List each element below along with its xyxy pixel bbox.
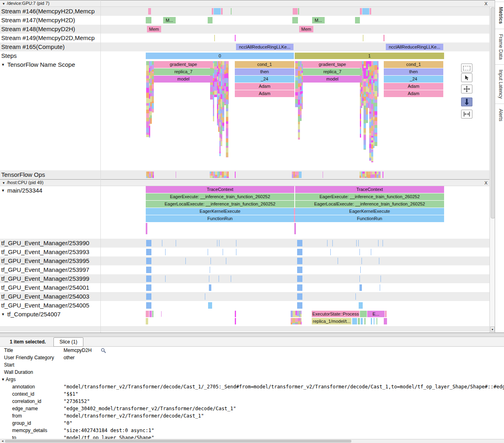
trace-event-ncclallreduceringllke-[interactable]: ncclAllReduceRingLLKe... <box>386 44 443 50</box>
row-label-evm-253990[interactable]: tf_GPU_Event_Manager/253990 <box>0 239 100 248</box>
trace-event-cell[interactable] <box>360 134 361 138</box>
trace-event-cell[interactable] <box>214 85 217 88</box>
trace-event[interactable] <box>330 249 331 255</box>
trace-event[interactable] <box>146 318 148 324</box>
trace-event-cell[interactable] <box>222 123 224 126</box>
row-label-stream-148[interactable]: Stream #148(MemcpyD2H) <box>0 25 100 34</box>
trace-event[interactable] <box>294 208 295 215</box>
trace-event-cell[interactable] <box>226 138 228 142</box>
trace-event[interactable] <box>214 8 221 15</box>
trace-event-cell[interactable] <box>374 111 377 115</box>
track-name-scope[interactable]: gradient_tapereplica_7modelcond_1then_24… <box>100 60 490 170</box>
trace-event-tracecontext[interactable]: TraceContext <box>146 186 294 193</box>
collapse-icon[interactable]: ▼ <box>2 181 5 185</box>
trace-event-cell[interactable] <box>295 104 298 107</box>
trace-event[interactable] <box>208 17 213 23</box>
trace-event-cell[interactable] <box>364 128 366 133</box>
tab-slice[interactable]: Slice (1) <box>53 337 83 347</box>
trace-event-mem[interactable]: Mem <box>299 26 313 32</box>
trace-event-cell[interactable] <box>295 318 298 322</box>
trace-event-cell[interactable] <box>152 96 154 101</box>
trace-event-cell[interactable] <box>226 128 228 131</box>
flame-cluster[interactable] <box>295 61 303 148</box>
trace-event-e-[interactable]: E... <box>367 311 385 317</box>
trace-event-cell[interactable] <box>366 117 368 120</box>
trace-event[interactable] <box>235 318 236 324</box>
trace-event-cell[interactable] <box>360 109 361 114</box>
trace-event-cell[interactable] <box>228 177 229 178</box>
trace-event[interactable] <box>165 276 166 282</box>
trace-event-cell[interactable] <box>150 115 152 118</box>
trace-event[interactable] <box>149 311 152 317</box>
trace-event-cell[interactable] <box>300 118 302 121</box>
trace-event-cell[interactable] <box>213 119 214 121</box>
flame-cluster[interactable] <box>292 172 302 178</box>
magnifier-icon[interactable] <box>101 348 106 354</box>
track-evm-253995[interactable] <box>100 256 490 265</box>
trace-event-cell[interactable] <box>372 177 375 178</box>
trace-event-cell[interactable] <box>152 112 154 112</box>
trace-event[interactable] <box>146 284 151 291</box>
trace-event-cell[interactable] <box>213 100 214 105</box>
trace-event[interactable] <box>378 240 379 246</box>
expander-icon[interactable]: ▼ <box>1 189 5 193</box>
trace-event-cell[interactable] <box>228 61 229 66</box>
trace-event[interactable] <box>146 276 151 282</box>
trace-event[interactable] <box>162 240 162 246</box>
trace-event-cell[interactable] <box>146 83 149 88</box>
trace-event[interactable] <box>355 293 356 300</box>
row-label-main-253344[interactable]: ▼main/253344 <box>0 186 100 239</box>
trace-event-cell[interactable] <box>210 95 213 100</box>
trace-event[interactable] <box>358 318 360 324</box>
trace-event-replica-7[interactable]: replica_7 <box>303 68 362 75</box>
trace-event[interactable] <box>231 276 231 282</box>
trace-event-cell[interactable] <box>302 97 303 101</box>
trace-event[interactable] <box>355 17 360 23</box>
trace-event[interactable] <box>323 172 323 178</box>
trace-event[interactable] <box>146 223 147 234</box>
trace-event-executorstate-process[interactable]: ExecutorState::Process <box>312 311 359 317</box>
trace-event[interactable] <box>219 276 219 282</box>
zoom-tool-button[interactable] <box>461 98 472 106</box>
trace-event-cell[interactable] <box>146 110 149 113</box>
trace-event[interactable] <box>359 249 360 255</box>
trace-event-cell[interactable] <box>298 132 300 138</box>
trace-event[interactable] <box>235 172 236 178</box>
trace-event-cell[interactable] <box>295 95 298 99</box>
trace-event-cell[interactable] <box>374 103 377 106</box>
trace-event-cell[interactable] <box>221 134 222 139</box>
trace-event-cell[interactable] <box>374 144 377 146</box>
row-label-evm-253995[interactable]: tf_GPU_Event_Manager/253995 <box>0 256 100 265</box>
track-main-253344[interactable]: TraceContextTraceContextEagerExecute: __… <box>100 186 490 239</box>
trace-event-cell[interactable] <box>361 108 362 108</box>
track-evm-254005[interactable] <box>100 301 490 310</box>
trace-event-cell[interactable] <box>222 117 224 123</box>
trace-event[interactable] <box>236 249 236 255</box>
trace-event-replica-1-model-t-[interactable]: replica_1/model/t... <box>312 318 351 324</box>
trace-event-cell[interactable] <box>226 108 228 111</box>
trace-event[interactable] <box>376 318 377 324</box>
trace-event-model[interactable]: model <box>303 76 362 83</box>
trace-event[interactable] <box>352 318 357 324</box>
flame-cluster[interactable] <box>291 311 302 317</box>
trace-event-cell[interactable] <box>373 148 374 148</box>
track-steps[interactable]: 01 <box>100 51 490 60</box>
trace-event[interactable] <box>297 276 302 282</box>
trace-event[interactable] <box>297 293 302 300</box>
trace-event-cell[interactable] <box>228 77 229 83</box>
trace-event-cell[interactable] <box>374 74 377 79</box>
trace-event-cell[interactable] <box>146 106 149 109</box>
trace-event-cell[interactable] <box>146 71 149 76</box>
trace-event-cell[interactable] <box>228 101 229 104</box>
trace-event[interactable] <box>338 258 338 264</box>
trace-event-adam[interactable]: Adam <box>235 90 294 97</box>
trace-event-adam[interactable]: Adam <box>384 83 443 90</box>
trace-event[interactable] <box>208 249 208 255</box>
trace-event[interactable] <box>292 17 298 23</box>
trace-event-cell[interactable] <box>149 136 150 137</box>
trace-event[interactable] <box>332 240 333 246</box>
trace-event-cell[interactable] <box>295 107 298 107</box>
trace-event[interactable] <box>362 8 369 15</box>
trace-event-replica-7[interactable]: replica_7 <box>154 68 213 75</box>
row-label-steps[interactable]: Steps <box>0 51 100 60</box>
